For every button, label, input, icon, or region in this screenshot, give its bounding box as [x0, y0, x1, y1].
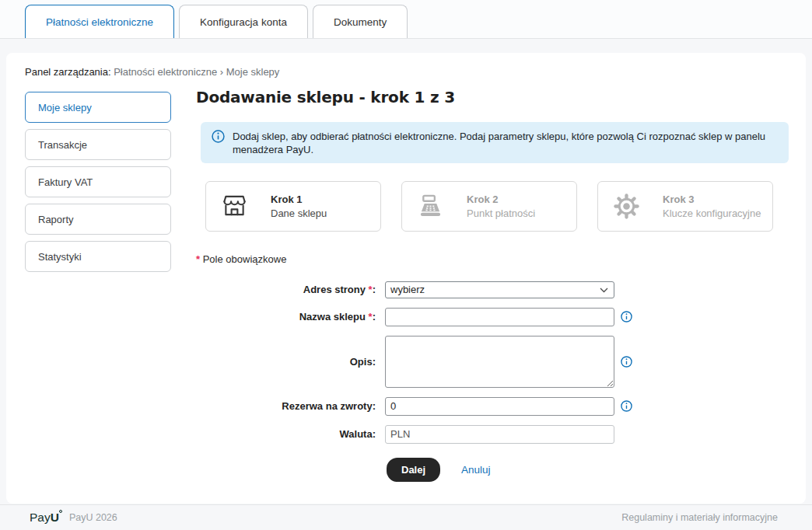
description-info-icon[interactable]	[621, 356, 632, 368]
step-card-3: Krok 3 Klucze konfiguracyjne	[597, 181, 773, 232]
currency-label: Waluta:	[196, 428, 376, 440]
shop-name-info-icon[interactable]	[621, 311, 632, 323]
add-shop-form: Adres strony *: wybierz Nazwa sklepu *:	[196, 281, 789, 444]
payu-logo-u: U	[51, 511, 59, 524]
description-label: Opis:	[196, 356, 376, 368]
top-tab-bar: Płatności elektroniczne Konfiguracja kon…	[0, 0, 812, 39]
required-asterisk: *	[196, 253, 200, 265]
tab-platnosci-elektroniczne[interactable]: Płatności elektroniczne	[25, 5, 174, 38]
sidebar-item-statystyki[interactable]: Statystyki	[25, 241, 171, 272]
reserve-label: Rezerwa na zwroty:	[196, 400, 376, 412]
step-1-title: Krok 1	[271, 194, 327, 205]
form-row-shop-name: Nazwa sklepu *:	[196, 308, 789, 326]
next-button[interactable]: Dalej	[387, 458, 440, 482]
description-textarea[interactable]	[385, 336, 614, 388]
page-title: Dodawanie sklepu - krok 1 z 3	[196, 85, 789, 109]
form-row-currency: Waluta:	[196, 425, 789, 444]
required-note-text: Pole obowiązkowe	[203, 253, 287, 265]
breadcrumb-trail: Płatności elektroniczne › Moje sklepy	[114, 66, 279, 78]
required-fields-note: * Pole obowiązkowe	[196, 253, 789, 265]
tab-dokumenty[interactable]: Dokumenty	[313, 5, 408, 38]
form-row-description: Opis:	[196, 336, 789, 388]
description-colon: :	[373, 356, 376, 368]
description-label-text: Opis	[350, 356, 373, 368]
wizard-steps: Krok 1 Dane sklepu Krok 2 Punkt płatnośc…	[205, 181, 789, 232]
step-card-2: Krok 2 Punkt płatności	[401, 181, 577, 232]
storefront-icon	[221, 194, 248, 218]
shop-name-label: Nazwa sklepu *:	[196, 311, 376, 323]
gear-icon	[613, 193, 640, 220]
shop-name-label-text: Nazwa sklepu	[299, 311, 366, 323]
shop-name-input[interactable]	[385, 308, 614, 326]
info-banner-text: Dodaj sklep, aby odbierać płatności elek…	[233, 129, 776, 156]
step-2-subtitle: Punkt płatności	[467, 207, 535, 219]
address-colon: :	[373, 284, 376, 295]
payu-logo-mark	[59, 510, 62, 513]
breadcrumb-prefix: Panel zarządzania:	[25, 66, 111, 78]
currency-input	[385, 425, 614, 444]
step-2-title: Krok 2	[467, 194, 535, 205]
form-row-reserve: Rezerwa na zwroty:	[196, 397, 789, 416]
currency-colon: :	[373, 428, 376, 440]
cancel-link[interactable]: Anuluj	[461, 464, 491, 476]
tab-konfiguracja-konta[interactable]: Konfiguracja konta	[179, 5, 308, 38]
footer-copyright: PayU 2026	[69, 512, 117, 523]
currency-label-text: Waluta	[340, 428, 373, 440]
shop-name-colon: :	[373, 311, 376, 323]
address-select[interactable]: wybierz	[385, 281, 614, 298]
cash-register-icon	[417, 194, 444, 218]
address-label: Adres strony *:	[196, 284, 376, 295]
reserve-label-text: Rezerwa na zwroty	[282, 400, 372, 412]
footer-links[interactable]: Regulaminy i materiały informacyjne	[621, 512, 778, 523]
sidebar-item-raporty[interactable]: Raporty	[25, 204, 171, 235]
form-row-address: Adres strony *: wybierz	[196, 281, 789, 298]
step-3-subtitle: Klucze konfiguracyjne	[663, 207, 761, 219]
info-icon	[212, 130, 225, 143]
sidebar-item-moje-sklepy[interactable]: Moje sklepy	[25, 92, 171, 123]
info-banner: Dodaj sklep, aby odbierać płatności elek…	[201, 122, 789, 163]
reserve-colon: :	[373, 400, 376, 412]
footer: PayU PayU 2026 Regulaminy i materiały in…	[0, 504, 812, 530]
sidebar: Moje sklepy Transakcje Faktury VAT Rapor…	[25, 92, 171, 278]
reserve-info-icon[interactable]	[621, 400, 632, 412]
step-1-subtitle: Dane sklepu	[271, 207, 327, 219]
payu-logo: PayU	[30, 511, 62, 525]
reserve-input[interactable]	[385, 397, 614, 416]
breadcrumb: Panel zarządzania: Płatności elektronicz…	[25, 66, 279, 78]
form-actions: Dalej Anuluj	[387, 458, 789, 482]
step-card-1: Krok 1 Dane sklepu	[205, 181, 381, 232]
step-3-title: Krok 3	[663, 194, 761, 205]
address-label-text: Adres strony	[303, 284, 366, 295]
sidebar-item-transakcje[interactable]: Transakcje	[25, 129, 171, 160]
main-content: Dodawanie sklepu - krok 1 z 3 Dodaj skle…	[196, 85, 789, 482]
sidebar-item-faktury-vat[interactable]: Faktury VAT	[25, 166, 171, 197]
payu-logo-pay: Pay	[30, 511, 51, 524]
